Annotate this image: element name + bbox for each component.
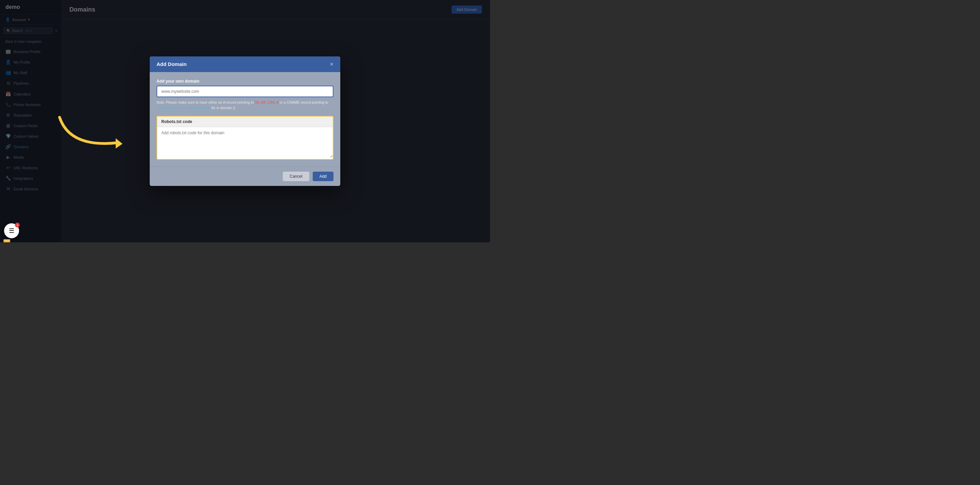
note-suffix: for in domain () bbox=[210, 106, 235, 110]
domain-input[interactable] bbox=[156, 86, 334, 97]
ip-address: 34.68.234.4 bbox=[255, 100, 279, 105]
add-button[interactable]: Add bbox=[313, 172, 334, 181]
chat-icon: ☰ bbox=[9, 227, 14, 235]
note-middle: or a CNAME record pointing to bbox=[278, 100, 328, 105]
robots-textarea[interactable] bbox=[157, 127, 333, 158]
chat-badge: 4 bbox=[15, 223, 20, 227]
add-domain-modal: Add Domain × Add your own domain Note: P… bbox=[150, 56, 340, 186]
robots-header: Robots.txt code bbox=[157, 117, 333, 127]
modal-overlay: Add Domain × Add your own domain Note: P… bbox=[0, 0, 490, 242]
cancel-button[interactable]: Cancel bbox=[283, 172, 309, 181]
new-badge: New bbox=[3, 239, 10, 242]
svg-marker-0 bbox=[116, 138, 123, 149]
modal-title: Add Domain bbox=[156, 61, 186, 67]
chat-bubble[interactable]: ☰ 4 bbox=[4, 223, 19, 238]
note-prefix: Note: Please make sure to have either an… bbox=[156, 100, 255, 105]
domain-note: Note: Please make sure to have either an… bbox=[156, 100, 334, 111]
cname-address: flash.funnels.msgsndr.com bbox=[156, 106, 210, 110]
modal-close-button[interactable]: × bbox=[330, 61, 334, 67]
domain-section-label: Add your own domain bbox=[156, 79, 334, 84]
modal-header: Add Domain × bbox=[150, 56, 340, 72]
arrow-annotation bbox=[49, 114, 145, 158]
modal-footer: Cancel Add bbox=[150, 166, 340, 186]
robots-section: Robots.txt code bbox=[156, 116, 334, 160]
modal-body: Add your own domain Note: Please make su… bbox=[150, 72, 340, 167]
